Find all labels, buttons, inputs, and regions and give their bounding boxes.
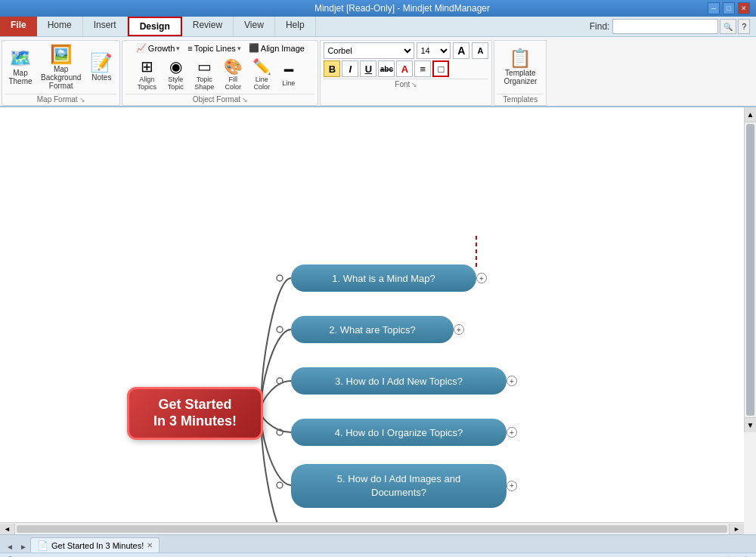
topic-lines-icon: ≡	[187, 44, 192, 53]
group-object-format: 📈 Growth ▾ ≡ Topic Lines ▾ ⬛ Align Image	[122, 40, 318, 106]
tab-review[interactable]: Review	[182, 17, 234, 36]
ribbon-content: 🗺️ MapTheme 🖼️ MapBackgroundFormat 📝 Not…	[0, 37, 756, 106]
notes-button[interactable]: 📝 Notes	[86, 52, 116, 83]
find-input[interactable]	[612, 19, 718, 34]
font-group-label: Font	[395, 80, 410, 88]
mind-map-canvas: Get Started In 3 Minutes! 1. What is a M…	[0, 107, 744, 522]
status-bar: 👤 Log In to Mindjet ▾ 🔒 📡 ⚙️	[0, 552, 756, 557]
map-format-label: Map Format	[37, 95, 78, 104]
map-format-expand-icon[interactable]: ↘	[79, 96, 85, 104]
topic-node-2[interactable]: 2. What are Topics? +	[291, 316, 454, 343]
templates-label: Templates	[503, 95, 538, 104]
tab-file[interactable]: File	[0, 17, 37, 36]
underline-button[interactable]: U	[360, 60, 376, 77]
topic-5-expand[interactable]: +	[507, 481, 517, 491]
topic-node-1[interactable]: 1. What is a Mind Map? +	[291, 265, 476, 292]
scroll-left-button[interactable]: ◄	[0, 524, 15, 534]
map-theme-button[interactable]: 🗺️ MapTheme	[5, 48, 36, 87]
tab-nav-left[interactable]: ◄	[3, 540, 17, 552]
title-bar: Mindjet [Read-Only] - Mindjet MindManage…	[0, 0, 756, 17]
line-color-button[interactable]: ✏️ LineColor	[249, 57, 275, 92]
tab-insert[interactable]: Insert	[83, 17, 128, 36]
growth-icon: 📈	[136, 43, 147, 53]
tab-home[interactable]: Home	[37, 17, 83, 36]
fill-color-icon: 🎨	[224, 59, 243, 74]
topic-shape-icon: ▭	[197, 59, 212, 74]
increase-font-button[interactable]: A	[453, 42, 469, 59]
group-font: Corbel 14 A A B I U abc A ≡ □ Font ↘	[320, 40, 492, 106]
central-node-text: Get Started In 3 Minutes!	[153, 397, 237, 429]
svg-point-2	[277, 326, 283, 333]
align-topics-icon: ⊞	[141, 59, 153, 74]
line-icon: ━	[284, 63, 293, 78]
main-document-tab[interactable]: 📄 Get Started In 3 Minutes! ✕	[30, 537, 160, 552]
font-family-select[interactable]: Corbel	[324, 42, 414, 59]
svg-point-4	[277, 429, 283, 435]
svg-point-5	[277, 482, 283, 488]
line-color-icon: ✏️	[253, 59, 271, 74]
central-node[interactable]: Get Started In 3 Minutes!	[127, 387, 263, 440]
vertical-scrollbar[interactable]: ▲ ▼	[744, 107, 756, 432]
horizontal-scrollbar[interactable]: ◄ ►	[0, 522, 744, 534]
font-color-button[interactable]: A	[396, 60, 413, 77]
topic-node-4[interactable]: 4. How do I Organize Topics? +	[291, 419, 507, 446]
topic-lines-button[interactable]: ≡ Topic Lines ▾	[185, 43, 243, 54]
font-size-select[interactable]: 14	[417, 42, 451, 59]
template-organizer-icon: 📋	[509, 49, 531, 67]
topic-3-expand[interactable]: +	[507, 376, 517, 386]
bold-button[interactable]: B	[324, 60, 340, 77]
fill-color-button[interactable]: 🎨 FillColor	[220, 57, 246, 92]
svg-point-1	[277, 275, 283, 281]
topic-node-3[interactable]: 3. How do I Add New Topics? +	[291, 367, 507, 395]
minimize-button[interactable]: ─	[708, 2, 720, 14]
scroll-up-button[interactable]: ▲	[745, 107, 756, 122]
restore-button[interactable]: □	[723, 2, 735, 14]
svg-point-3	[277, 378, 283, 384]
align-button[interactable]: ≡	[414, 60, 431, 77]
topic-lines-dropdown-icon: ▾	[237, 45, 241, 52]
font-dialog-launcher[interactable]: □	[432, 60, 449, 77]
object-format-label: Object Format	[193, 95, 240, 104]
topic-2-expand[interactable]: +	[454, 324, 464, 335]
topic-1-expand[interactable]: +	[476, 273, 487, 283]
topic-2-text: 2. What are Topics?	[329, 324, 416, 336]
font-expand-icon[interactable]: ↘	[411, 81, 417, 88]
map-background-format-button[interactable]: 🖼️ MapBackgroundFormat	[38, 44, 84, 91]
help-button[interactable]: ?	[738, 19, 750, 34]
align-image-button[interactable]: ⬛ Align Image	[246, 42, 307, 54]
tab-help[interactable]: Help	[275, 17, 316, 36]
topic-node-5[interactable]: 5. How do I Add Images andDocuments? +	[291, 464, 507, 508]
tab-close-button[interactable]: ✕	[147, 541, 153, 549]
find-label: Find:	[590, 21, 610, 32]
object-format-expand-icon[interactable]: ↘	[242, 96, 248, 104]
tab-design[interactable]: Design	[128, 17, 182, 36]
template-organizer-button[interactable]: 📋 TemplateOrganizer	[500, 48, 540, 87]
line-button[interactable]: ━ Line	[277, 61, 300, 88]
topic-1-text: 1. What is a Mind Map?	[332, 273, 435, 284]
find-search-button[interactable]: 🔍	[720, 19, 736, 34]
group-map-format: 🗺️ MapTheme 🖼️ MapBackgroundFormat 📝 Not…	[2, 40, 120, 106]
topic-4-expand[interactable]: +	[507, 427, 517, 438]
tab-icon: 📄	[37, 540, 48, 551]
notes-icon: 📝	[90, 54, 113, 72]
growth-button[interactable]: 📈 Growth ▾	[134, 42, 182, 54]
decrease-font-button[interactable]: A	[472, 42, 488, 59]
group-templates: 📋 TemplateOrganizer Templates	[494, 40, 547, 106]
topic-shape-button[interactable]: ▭ TopicShape	[191, 57, 218, 92]
scroll-down-button[interactable]: ▼	[745, 417, 756, 432]
tab-view[interactable]: View	[234, 17, 275, 36]
growth-dropdown-icon: ▾	[176, 45, 180, 52]
connector-lines	[0, 107, 744, 522]
align-image-icon: ⬛	[249, 43, 259, 53]
strikethrough-button[interactable]: abc	[378, 60, 395, 77]
tab-nav-right[interactable]: ►	[17, 540, 30, 552]
scrollbar-thumb-h[interactable]	[17, 525, 727, 533]
italic-button[interactable]: I	[342, 60, 358, 77]
topic-style-button[interactable]: ◉ StyleTopic	[163, 57, 189, 92]
scroll-right-button[interactable]: ►	[729, 524, 744, 534]
close-button[interactable]: ✕	[738, 2, 750, 14]
ribbon-tab-bar: File Home Insert Design Review View Help…	[0, 17, 756, 37]
tab-bar: ◄ ► 📄 Get Started In 3 Minutes! ✕	[0, 534, 756, 552]
scrollbar-thumb-v[interactable]	[746, 124, 754, 416]
align-topics-button[interactable]: ⊞ AlignTopics	[134, 57, 160, 92]
